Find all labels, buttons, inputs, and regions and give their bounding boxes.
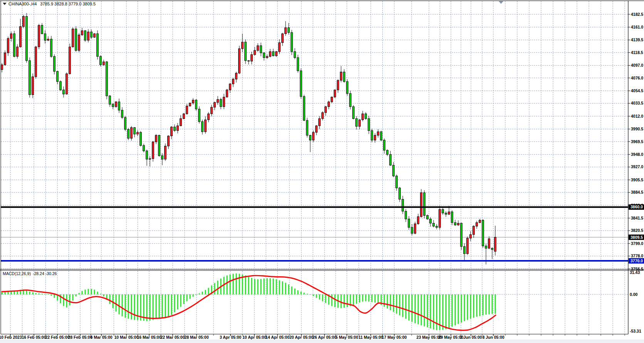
macd-tick-label: -53.31 bbox=[630, 329, 641, 333]
price-tick-label: 4012.0 bbox=[631, 114, 643, 118]
chart-window: 4182.54161.04139.54118.54097.04076.04054… bbox=[0, 0, 644, 343]
time-tick-label: 10 Apr 05:00 bbox=[242, 335, 266, 340]
macd-indicator-label: MACD(12,26,9)-28.24 -30.26 bbox=[3, 271, 57, 276]
price-tick-label: 4161.0 bbox=[631, 25, 643, 29]
price-tick-label: 3948.0 bbox=[631, 152, 643, 157]
time-tick-label: 16 Feb 05:00 bbox=[22, 335, 46, 340]
time-tick-label: 28 Mar 05:00 bbox=[184, 335, 209, 340]
macd-tick-label: 0.00 bbox=[630, 292, 638, 297]
price-tick-label: 3778.0 bbox=[631, 253, 643, 258]
price-tick-label: 4054.5 bbox=[631, 88, 643, 93]
macd-values: -28.24 -30.26 bbox=[33, 271, 57, 276]
symbol-period-label: CHINA300-,H4 bbox=[8, 2, 37, 6]
price-tick-label: 3927.0 bbox=[631, 164, 643, 169]
time-tick-label: 5 May 05:00 bbox=[336, 335, 358, 340]
time-tick-label: 11 May 05:00 bbox=[358, 335, 383, 340]
macd-name: MACD(12,26,9) bbox=[3, 271, 31, 276]
price-badge-support[interactable]: 3770.0 bbox=[629, 258, 644, 264]
time-tick-label: 8 Jun 05:00 bbox=[482, 335, 504, 340]
price-tick-label: 3820.5 bbox=[631, 228, 643, 233]
time-tick-label: 20 Apr 05:00 bbox=[289, 335, 313, 340]
price-tick-label: 3990.5 bbox=[631, 127, 643, 131]
time-tick-label: 26 Apr 05:00 bbox=[313, 335, 336, 340]
price-tick-label: 3841.5 bbox=[631, 216, 643, 220]
time-tick-label: 10 Feb 2023 bbox=[0, 335, 22, 340]
time-tick-label: 16 Mar 05:00 bbox=[137, 335, 161, 340]
price-tick-label: 3799.0 bbox=[631, 241, 643, 246]
svg-text:3770.0: 3770.0 bbox=[631, 259, 643, 263]
time-tick-label: 22 Feb 05:00 bbox=[45, 335, 69, 340]
svg-text:3860.0: 3860.0 bbox=[631, 204, 643, 209]
one-click-trading-icon[interactable] bbox=[3, 3, 7, 5]
ohlc-values: 3785.9 3828.8 3779.0 3809.5 bbox=[40, 2, 96, 6]
time-tick-label: 3 Apr 05:00 bbox=[220, 335, 241, 340]
symbol-header: CHINA300-,H43785.9 3828.8 3779.0 3809.5 bbox=[8, 2, 96, 6]
price-tick-label: 4097.0 bbox=[631, 63, 643, 68]
time-tick-label: 23 May 05:00 bbox=[417, 335, 442, 340]
price-tick-label: 3884.5 bbox=[631, 190, 643, 194]
price-tick-label: 3969.5 bbox=[631, 139, 643, 144]
time-tick-label: 14 Apr 05:00 bbox=[266, 335, 289, 340]
price-tick-label: 4076.0 bbox=[631, 76, 643, 80]
time-tick-label: 6 Mar 05:00 bbox=[90, 335, 112, 340]
time-tick-label: 2 Jun 05:00 bbox=[460, 335, 482, 340]
time-tick-label: 28 Feb 05:00 bbox=[68, 335, 92, 340]
price-tick-label: 4033.5 bbox=[631, 101, 643, 105]
price-badge-resistance[interactable]: 3860.0 bbox=[629, 204, 644, 210]
time-tick-label: 22 Mar 05:00 bbox=[160, 335, 185, 340]
price-tick-label: 3905.5 bbox=[631, 177, 643, 182]
svg-text:3809.5: 3809.5 bbox=[631, 235, 643, 240]
price-tick-label: 4182.5 bbox=[631, 12, 643, 17]
chart-shift-marker-icon[interactable] bbox=[499, 1, 503, 4]
price-tick-label: 4118.5 bbox=[631, 50, 643, 55]
chart-canvas[interactable]: 4182.54161.04139.54118.54097.04076.04054… bbox=[0, 0, 644, 343]
price-tick-label: 4139.5 bbox=[631, 37, 643, 42]
time-tick-label: 10 Mar 05:00 bbox=[114, 335, 138, 340]
macd-tick-label: 31.43 bbox=[630, 270, 640, 275]
time-tick-label: 17 May 05:00 bbox=[382, 335, 407, 340]
price-badge-current[interactable]: 3809.5 bbox=[629, 235, 644, 240]
